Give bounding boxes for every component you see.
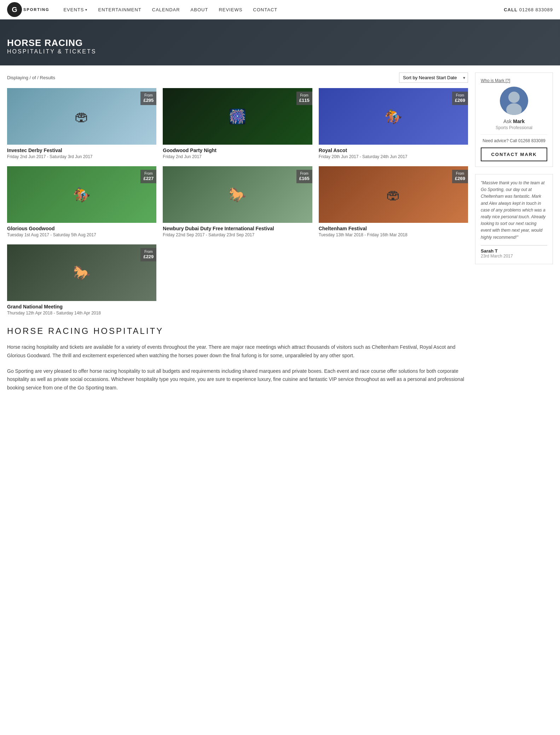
event-img-5: 🏟 (319, 166, 468, 223)
mark-avatar (500, 87, 528, 115)
event-card-6[interactable]: 🐎 From £229 Grand National Meeting Thurs… (7, 244, 156, 316)
event-img-wrapper-4: 🐎 From £165 (163, 166, 312, 223)
nav-about[interactable]: ABOUT (191, 7, 208, 12)
nav-calendar[interactable]: CALENDAR (152, 7, 180, 12)
need-advice: Need advice? Call 01268 833089 (481, 138, 547, 143)
event-card-3[interactable]: 🏇 From £227 Glorious Goodwood Tuesday 1s… (7, 166, 156, 237)
event-date-4: Friday 22nd Sep 2017 - Saturday 23rd Sep… (163, 232, 312, 237)
sports-pro: Sports Professional (481, 125, 547, 130)
event-img-2: 🏇 (319, 88, 468, 145)
testimonial-divider (481, 245, 547, 245)
testimonial-author: Sarah T (481, 248, 547, 254)
event-img-wrapper-6: 🐎 From £229 (7, 244, 156, 301)
event-img-wrapper-5: 🏟 From £269 (319, 166, 468, 223)
nav-contact[interactable]: CONTACT (253, 7, 277, 12)
call-section: CALL 01268 833089 (504, 7, 553, 12)
section-text-2: Go Sporting are very pleased to offer ho… (7, 367, 468, 392)
main-nav: EVENTS ▾ ENTERTAINMENT CALENDAR ABOUT RE… (63, 7, 504, 12)
event-img-6: 🐎 (7, 244, 156, 301)
event-img-3: 🏇 (7, 166, 156, 223)
event-title-4: Newbury Dubai Duty Free International Fe… (163, 226, 312, 231)
event-title-5: Cheltenham Festival (319, 226, 468, 231)
svg-point-1 (508, 92, 520, 103)
from-badge-5: From £269 (452, 170, 468, 183)
event-date-6: Thursday 12th Apr 2018 - Saturday 14th A… (7, 311, 156, 316)
event-date-1: Friday 2nd Jun 2017 (163, 154, 312, 159)
section-text-1: Horse racing hospitality and tickets are… (7, 343, 468, 360)
event-card-1[interactable]: 🎆 From £115 Goodwood Party Night Friday … (163, 88, 312, 159)
ask-mark: Ask Mark (481, 118, 547, 124)
from-badge-1: From £115 (296, 92, 312, 105)
hero-subheading: HOSPITALITY & TICKETS (7, 48, 96, 55)
from-badge-4: From £165 (296, 170, 312, 183)
event-title-3: Glorious Goodwood (7, 226, 156, 231)
event-title-6: Grand National Meeting (7, 304, 156, 309)
hero-title: HORSE RACING HOSPITALITY & TICKETS (7, 37, 96, 55)
event-img-wrapper-2: 🏇 From £269 (319, 88, 468, 145)
events-grid-row2: 🏇 From £227 Glorious Goodwood Tuesday 1s… (7, 166, 468, 237)
nav-entertainment[interactable]: ENTERTAINMENT (98, 7, 141, 12)
mark-name: Mark (513, 118, 525, 124)
event-date-0: Friday 2nd Jun 2017 - Saturday 3rd Jun 2… (7, 154, 156, 159)
testimonial-text: "Massive thank you to the team at Go Spo… (481, 180, 547, 241)
displaying-bar: Displaying / of / Results Sort by Neares… (7, 73, 468, 83)
from-badge-6: From £229 (140, 248, 156, 261)
header: G SPORTING EVENTS ▾ ENTERTAINMENT CALEND… (0, 0, 560, 19)
event-date-2: Friday 20th Jun 2017 - Saturday 24th Jun… (319, 154, 468, 159)
logo-icon: G (7, 2, 22, 17)
main-layout: Displaying / of / Results Sort by Neares… (0, 65, 560, 406)
logo-text: SPORTING (23, 7, 49, 12)
displaying-text: Displaying / of / Results (7, 75, 55, 80)
event-date-5: Tuesday 13th Mar 2018 - Friday 16th Mar … (319, 232, 468, 237)
hero-heading: HORSE RACING (7, 37, 96, 48)
hero-section: HORSE RACING HOSPITALITY & TICKETS (0, 19, 560, 65)
nav-reviews[interactable]: REVIEWS (219, 7, 242, 12)
avatar-svg (500, 87, 528, 115)
section-heading: HORSE RACING HOSPITALITY (7, 326, 468, 336)
event-img-wrapper-1: 🎆 From £115 (163, 88, 312, 145)
content-area: Displaying / of / Results Sort by Neares… (7, 73, 468, 399)
sidebar: Who is Mark [?] Ask Mark Sports Professi… (475, 73, 553, 399)
event-card-0[interactable]: 🏟 From £295 Investec Derby Festival Frid… (7, 88, 156, 159)
events-grid-row3: 🐎 From £229 Grand National Meeting Thurs… (7, 244, 468, 316)
event-card-2[interactable]: 🏇 From £269 Royal Ascot Friday 20th Jun … (319, 88, 468, 159)
logo[interactable]: G SPORTING (7, 2, 49, 17)
event-img-0: 🏟 (7, 88, 156, 145)
event-img-wrapper-0: 🏟 From £295 (7, 88, 156, 145)
testimonial-card: "Massive thank you to the team at Go Spo… (475, 174, 553, 264)
from-badge-0: From £295 (140, 92, 156, 105)
sort-select[interactable]: Sort by Nearest Start Date (399, 73, 468, 83)
event-card-4[interactable]: 🐎 From £165 Newbury Dubai Duty Free Inte… (163, 166, 312, 237)
call-number: 01268 833089 (519, 7, 553, 12)
event-card-5[interactable]: 🏟 From £269 Cheltenham Festival Tuesday … (319, 166, 468, 237)
call-label: CALL (504, 7, 518, 12)
event-title-0: Investec Derby Festival (7, 147, 156, 153)
event-img-1: 🎆 (163, 88, 312, 145)
nav-events[interactable]: EVENTS ▾ (63, 7, 87, 12)
from-badge-2: From £269 (452, 92, 468, 105)
sort-wrapper[interactable]: Sort by Nearest Start Date (399, 73, 468, 83)
event-date-3: Tuesday 1st Aug 2017 - Saturday 5th Aug … (7, 232, 156, 237)
events-grid-row1: 🏟 From £295 Investec Derby Festival Frid… (7, 88, 468, 159)
sidebar-card: Who is Mark [?] Ask Mark Sports Professi… (475, 73, 553, 167)
contact-mark-button[interactable]: CONTACT MARK (481, 147, 547, 161)
who-is-mark-link[interactable]: Who is Mark [?] (481, 78, 547, 83)
event-img-wrapper-3: 🏇 From £227 (7, 166, 156, 223)
from-badge-3: From £227 (140, 170, 156, 183)
event-title-1: Goodwood Party Night (163, 147, 312, 153)
event-img-4: 🐎 (163, 166, 312, 223)
testimonial-date: 23rd March 2017 (481, 254, 547, 259)
event-title-2: Royal Ascot (319, 147, 468, 153)
chevron-down-icon: ▾ (85, 8, 87, 12)
divider (481, 134, 547, 135)
